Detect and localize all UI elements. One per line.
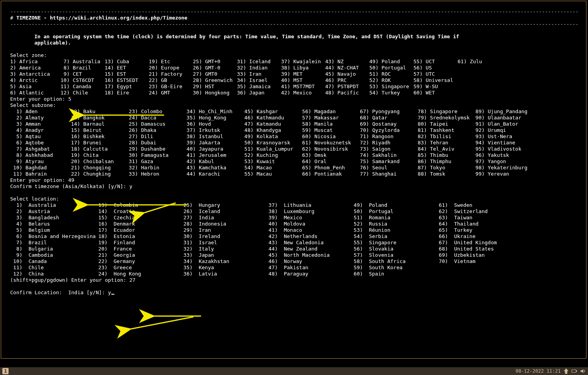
confirm-tz-prompt[interactable]: Confirm timezone (Asia/Kolkata) [y/N]: y [10, 183, 579, 190]
zone-label: Select zone: [10, 52, 579, 59]
list-column: 13) Colombia 14) Croatia 15) Czechia 16)… [95, 202, 180, 277]
list-column: 37) Kwajalein 38) Libya 39) MET 40) MST … [281, 59, 325, 96]
page-title: # TIMEZONE - https://wiki.archlinux.org/… [10, 15, 579, 21]
list-column: 1) Australia 2) Austria 3) Bangladesh 4)… [10, 202, 95, 277]
subzone-list: 1) Aden 2) Almaty 3) Amman 4) Anadyr 5) … [10, 108, 579, 177]
list-column: 56) Magadan 57) Makassar 58) Manila 59) … [299, 108, 357, 177]
list-column: 61) Sweden 62) Switzerland 63) Taiwan 64… [436, 202, 521, 277]
subzone-label: Select subzone: [10, 102, 579, 108]
intro-text: In an operating system the time (clock) … [10, 34, 579, 46]
list-column: 25) Hungary 26) Iceland 27) India 28) In… [180, 202, 265, 277]
svg-rect-6 [576, 371, 577, 372]
list-column: 7) Australia 8) Brazil 9) CET 10) CST6CD… [61, 59, 105, 96]
list-column: 23) Colombo 24) Dacca 25) Damascus 26) D… [126, 108, 184, 177]
list-column: 49) Poland 50) Portugal 51) ROC 52) ROK … [369, 59, 413, 96]
workspace-indicator[interactable]: 1 [2, 368, 9, 374]
subzone-prompt[interactable]: Enter your option: 49 [10, 177, 579, 183]
zone-prompt[interactable]: Enter your option: 5 [10, 96, 579, 102]
battery-icon [572, 369, 577, 373]
list-column: 89) Ujung_Pandang 90) Ulaanbaatar 91) Ul… [472, 108, 530, 177]
list-column: 37) Lithuania 38) Luxembourg 39) Mexico … [265, 202, 351, 277]
cursor [111, 294, 114, 295]
list-column: 78) Singapore 79) Srednekolymsk 80) Taip… [415, 108, 472, 177]
list-column: 1) Aden 2) Almaty 3) Amman 4) Anadyr 5) … [10, 108, 68, 177]
location-list: 1) Australia 2) Austria 3) Bangladesh 4)… [10, 202, 579, 277]
zone-list: 1) Africa 2) America 3) Antarctica 4) Ar… [10, 59, 579, 96]
list-column: 55) UCT 56) US 57) UTC 58) Universal 59)… [413, 59, 458, 96]
separator: ----------------------------------------… [10, 9, 579, 15]
confirm-loc-prompt[interactable]: Confirm Location: India [y/N]: y [10, 290, 579, 296]
taskbar: 1 08-12-2022 11:21 [0, 367, 588, 375]
list-column: 61) Zulu [458, 59, 485, 96]
list-column: 43) NZ 44) NZ-CHAT 45) Navajo 46) PRC 47… [325, 59, 369, 96]
list-column: 67) Pyongyang 68) Qatar 69) Qostanay 70)… [357, 108, 415, 177]
terminal-viewport[interactable]: ----------------------------------------… [10, 9, 579, 359]
list-column: 19) Etc 20) Europe 21) Factory 22) GB 23… [149, 59, 193, 96]
list-column: 1) Africa 2) America 3) Antarctica 4) Ar… [10, 59, 61, 96]
location-label: Select location: [10, 196, 579, 202]
power-icon [564, 368, 568, 374]
list-column: 12) Baku 13) Bangkok 14) Barnaul 15) Bei… [68, 108, 126, 177]
svg-rect-5 [572, 370, 576, 373]
list-column: 25) GMT+0 26) GMT-0 27) GMT0 28) Greenwi… [193, 59, 237, 96]
list-column: 13) Cuba 14) EET 15) EST 16) EST5EDT 17)… [105, 59, 149, 96]
list-column: 45) Kashgar 46) Kathmandu 47) Katmandu 4… [241, 108, 299, 177]
list-column: 34) Ho_Chi_Minh 35) Hong_Kong 36) Hovd 3… [184, 108, 241, 177]
volume-icon [580, 369, 586, 373]
location-prompt[interactable]: (shift+pgup/pgdown) Enter your option: 2… [10, 277, 579, 283]
clock: 08-12-2022 11:21 [515, 368, 561, 374]
list-column: 31) Iceland 32) Indian 33) Iran 34) Isra… [237, 59, 281, 96]
separator: ----------------------------------------… [10, 21, 579, 27]
list-column: 49) Poland 50) Portugal 51) Romania 52) … [351, 202, 436, 277]
